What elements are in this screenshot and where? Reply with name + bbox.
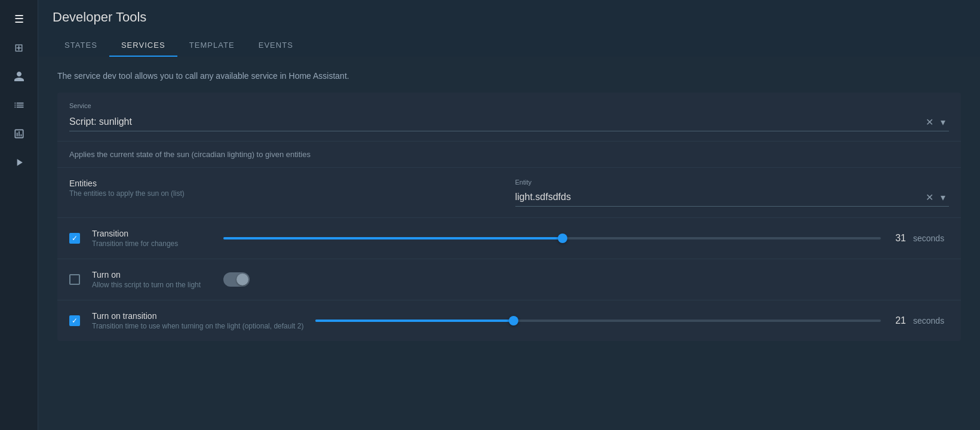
tab-template[interactable]: TEMPLATE — [177, 35, 247, 57]
turn-on-transition-slider-unit: seconds — [913, 316, 949, 325]
menu-icon[interactable]: ☰ — [7, 7, 31, 31]
service-input-row: ✕ ▾ — [69, 113, 949, 131]
play-icon[interactable] — [7, 150, 31, 174]
header: Developer Tools STATES SERVICES TEMPLATE… — [38, 0, 980, 57]
person-icon[interactable] — [7, 64, 31, 88]
turn-on-transition-check-mark: ✓ — [72, 317, 78, 324]
entities-param-desc: The entities to apply the sun on (list) — [69, 189, 503, 198]
transition-slider-thumb — [558, 234, 567, 243]
service-section: Service ✕ ▾ — [57, 93, 961, 142]
turn-on-row: Turn on Allow this script to turn on the… — [57, 259, 961, 300]
service-input[interactable] — [69, 113, 922, 131]
tab-services[interactable]: SERVICES — [109, 35, 177, 57]
transition-slider-fill — [223, 237, 563, 239]
turn-on-toggle[interactable] — [223, 272, 250, 287]
entity-field-label: Entity — [515, 179, 950, 186]
transition-check-mark: ✓ — [72, 235, 78, 242]
tab-states[interactable]: STATES — [53, 35, 109, 57]
entity-clear-button[interactable]: ✕ — [922, 189, 937, 205]
turn-on-transition-param-desc: Transition time to use when turning on t… — [92, 322, 303, 330]
turn-on-transition-slider-thumb — [509, 316, 518, 325]
service-label: Service — [69, 102, 949, 109]
entity-field-wrapper: Entity ✕ ▾ — [515, 179, 950, 207]
chart-icon[interactable] — [7, 122, 31, 146]
turn-on-transition-slider-value: 21 — [888, 315, 906, 326]
turn-on-transition-slider-track[interactable] — [315, 320, 881, 322]
entity-input[interactable] — [515, 188, 923, 206]
turn-on-transition-param-name: Turn on transition — [92, 311, 303, 321]
transition-slider-value: 31 — [888, 233, 906, 244]
turn-on-transition-slider-wrapper: 21 seconds — [315, 315, 949, 326]
service-dropdown-button[interactable]: ▾ — [937, 114, 949, 130]
main-content: Developer Tools STATES SERVICES TEMPLATE… — [38, 0, 980, 430]
turn-on-param-desc: Allow this script to turn on the light — [92, 281, 211, 289]
page-title: Developer Tools — [53, 10, 966, 25]
entity-input-row: ✕ ▾ — [515, 188, 950, 207]
turn-on-toggle-knob — [236, 274, 248, 285]
entities-right: Entity ✕ ▾ — [515, 179, 950, 207]
turn-on-param-name: Turn on — [92, 270, 211, 280]
turn-on-checkbox[interactable] — [69, 274, 80, 285]
turn-on-transition-checkbox[interactable]: ✓ — [69, 315, 80, 326]
content-area: The service dev tool allows you to call … — [38, 57, 980, 430]
transition-label-group: Transition Transition time for changes — [92, 229, 211, 248]
transition-slider-unit: seconds — [913, 234, 949, 243]
turn-on-transition-slider-fill — [315, 320, 513, 322]
service-description: Applies the current state of the sun (ci… — [57, 142, 961, 168]
transition-slider-track[interactable] — [223, 237, 881, 239]
transition-param-desc: Transition time for changes — [92, 239, 211, 248]
transition-row: ✓ Transition Transition time for changes… — [57, 218, 961, 259]
service-clear-button[interactable]: ✕ — [922, 114, 937, 130]
turn-on-transition-row: ✓ Turn on transition Transition time to … — [57, 300, 961, 341]
home-icon[interactable]: ⊞ — [7, 36, 31, 60]
transition-param-name: Transition — [92, 229, 211, 238]
entities-param-name: Entities — [69, 179, 503, 188]
tab-events[interactable]: EVENTS — [247, 35, 305, 57]
page-description: The service dev tool allows you to call … — [57, 71, 961, 81]
tab-bar: STATES SERVICES TEMPLATE EVENTS — [53, 35, 966, 57]
turn-on-label-group: Turn on Allow this script to turn on the… — [92, 270, 211, 289]
entities-row: Entities The entities to apply the sun o… — [57, 168, 961, 218]
turn-on-control — [223, 272, 949, 287]
list-icon[interactable] — [7, 93, 31, 117]
entity-dropdown-button[interactable]: ▾ — [937, 189, 949, 205]
entities-left: Entities The entities to apply the sun o… — [69, 179, 503, 198]
turn-on-transition-label-group: Turn on transition Transition time to us… — [92, 311, 303, 330]
sidebar: ☰ ⊞ — [0, 0, 38, 430]
transition-checkbox[interactable]: ✓ — [69, 233, 80, 244]
transition-slider-wrapper: 31 seconds — [223, 233, 949, 244]
service-card: Service ✕ ▾ Applies the current state of… — [57, 93, 961, 341]
